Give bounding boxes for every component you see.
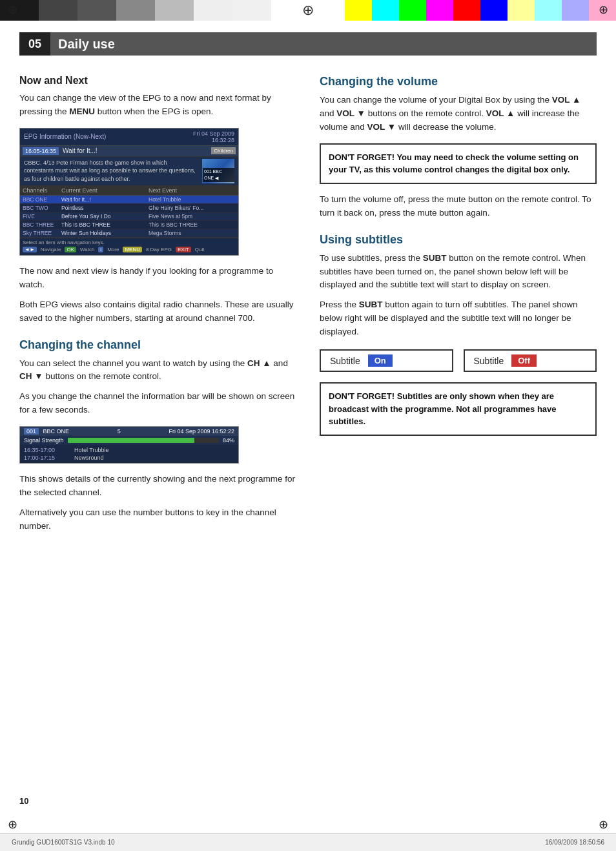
channel-show-row: 17:00-17:15 Newsround [24,454,234,462]
right-column: Changing the volume You can change the v… [320,75,597,540]
bar-yellow [345,0,372,21]
bar-lightest [232,0,271,21]
epg-time-badge: 16:05-16:35 [23,147,59,155]
epg-row: BBC THREE This Is BBC THREE This Is BBC … [20,221,238,229]
epg-btn-menu: MENU [123,247,142,252]
subtitle-off-status: Off [511,354,537,367]
channel-para1: You can select the channel you want to w… [19,357,296,384]
epg-header-title: EPG Information (Now-Next) [24,133,106,140]
chapter-title: Daily use [58,37,115,52]
volume-para2: To turn the volume off, press the mute b… [320,193,597,220]
channel-para3: This shows details of the currently show… [19,473,296,500]
bar-green [399,0,426,21]
center-crosshair: ⊕ [302,2,314,19]
epg-date: Fri 04 Sep 2009 16:32:28 [193,130,234,143]
channel-bar-shows: 16:35-17:00 Hotel Trubble 17:00-17:15 Ne… [20,445,238,463]
chapter-number: 05 [19,32,50,56]
epg-btn-exit: EXIT [176,247,191,252]
now-next-para3: Both EPG views also contains digital rad… [19,298,296,325]
epg-thumbnail-label: 001 BBC ONE ◀ [203,168,234,182]
epg-thumbnail: 001 BBC ONE ◀ [202,159,234,183]
subtitles-para1: To use subtitles, press the SUBT button … [320,252,597,292]
bar-ltcyan [535,0,562,21]
bar-red [453,0,480,21]
epg-desc: CBBC. 4/13 Pete Firman hosts the game sh… [20,157,238,186]
subtitle-panels: Subtitle On Subtitle Off [320,349,597,372]
subtitle-on-status: On [368,354,393,367]
channel-bar-header: 001 BBC ONE 5 Fri 04 Sep 2009 16:52:22 [20,427,238,436]
epg-btn-nav: ◄► [23,247,37,252]
signal-bar-track [68,438,219,443]
volume-warning-box: DON'T FORGET! You may need to check the … [320,143,597,184]
bottom-bar: Grundig GUD1600TS1G V3.indb 10 16/09/200… [0,833,616,851]
reg-mark-tl: ⊕ [8,4,17,15]
bar-magenta [426,0,453,21]
show-title: Newsround [74,455,104,461]
epg-footer: Select an item with navigation keys. ◄►N… [20,238,238,255]
epg-now-show: Wait for It...! [63,147,211,154]
now-next-heading: Now and Next [19,75,296,87]
changing-volume-heading: Changing the volume [320,75,597,88]
channel-para4: Alternatively you can use the number but… [19,506,296,533]
using-subtitles-heading: Using subtitles [320,233,597,247]
volume-warning-text: DON'T FORGET! You may need to check the … [329,152,579,175]
channel-bar: 001 BBC ONE 5 Fri 04 Sep 2009 16:52:22 S… [19,426,239,464]
bar-dark1 [39,0,77,21]
signal-label: Signal Strength [24,437,64,444]
content-columns: Now and Next You can change the view of … [19,75,597,540]
epg-table-header: Channels Current Event Next Event [20,186,238,196]
epg-desc-text: CBBC. 4/13 Pete Firman hosts the game sh… [24,159,198,183]
channel-show-row: 16:35-17:00 Hotel Trubble [24,446,234,454]
channel-name: BBC ONE [43,428,70,435]
epg-btn-ok: OK [65,247,76,252]
show-title: Hotel Trubble [74,447,109,453]
color-test-bars: ⊕ [0,0,616,21]
bar-black [0,0,39,21]
left-column: Now and Next You can change the view of … [19,75,296,540]
channel-number: 001 [24,428,39,435]
bar-light [155,0,194,21]
epg-screen: EPG Information (Now-Next) Fri 04 Sep 20… [19,128,239,256]
now-next-para2: The now and next view is handy if you lo… [19,265,296,292]
volume-para1: You can change the volume of your Digita… [320,94,597,134]
bar-cyan [372,0,399,21]
right-test-bars [345,0,616,21]
channel-bar-signal: Signal Strength 84% [20,436,238,445]
reg-mark-tr: ⊕ [599,4,608,15]
subtitles-warning-text: DON'T FORGET! Subtitles are only shown w… [329,391,557,426]
subtitle-on-panel: Subtitle On [320,349,453,372]
epg-row: BBC TWO Pointless Ghe Hairy Bikers' Fo..… [20,204,238,212]
signal-pct: 84% [223,437,234,444]
channel-para2: As you change the channel the informatio… [19,390,296,417]
subtitle-off-panel: Subtitle Off [464,349,597,372]
bar-dark2 [77,0,116,21]
subtitle-on-label: Subtitle [330,356,360,366]
epg-row: Sky THREE Winter Sun Holidays Mega Storm… [20,229,238,238]
subtitles-warning-box: DON'T FORGET! Subtitles are only shown w… [320,382,597,436]
footer-right: 16/09/2009 18:50:56 [545,839,604,846]
footer-left: Grundig GUD1600TS1G V3.indb 10 [12,839,115,846]
subtitles-para2: Press the SUBT button again to turn off … [320,298,597,339]
changing-channel-heading: Changing the channel [19,338,296,352]
epg-footer-nav: ◄►Navigate OKWatch iMore MENU8 Day EPG E… [23,247,236,252]
bar-mid [116,0,155,21]
epg-row: FIVE Before You Say I Do Five News at 5p… [20,212,238,221]
now-next-para1: You can change the view of the EPG to a … [19,92,296,119]
left-test-bars [0,0,271,21]
main-content: 05 Daily use Now and Next You can change… [0,32,616,832]
epg-header: EPG Information (Now-Next) Fri 04 Sep 20… [20,128,238,146]
epg-now-row: 16:05-16:35 Wait for It...! Children [20,146,238,157]
bar-ltyellow [508,0,535,21]
epg-row: BBC ONE Wait for It...! Hotel Trubble [20,196,238,204]
bar-white [194,0,232,21]
bar-ltblue [562,0,589,21]
chapter-header: 05 Daily use [19,32,597,56]
subtitle-off-label: Subtitle [474,356,504,366]
epg-children-badge: Children [211,147,236,154]
bar-blue [480,0,508,21]
epg-btn-info: i [98,247,103,252]
signal-bar-fill [68,438,195,443]
page-number: 10 [19,796,28,806]
